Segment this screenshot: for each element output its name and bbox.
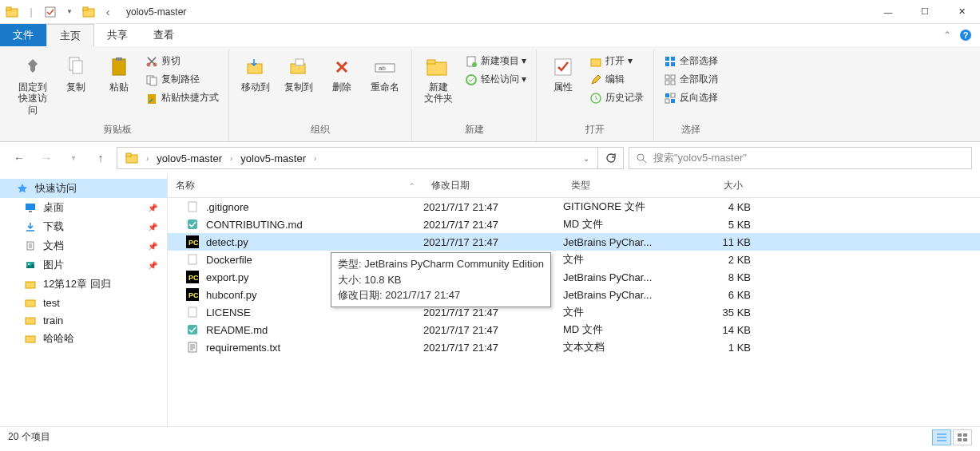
sidebar-item-downloads[interactable]: 下载 📌 bbox=[0, 217, 167, 236]
copypath-button[interactable]: 复制路径 bbox=[142, 71, 222, 88]
chevron-right-icon[interactable]: › bbox=[145, 154, 150, 163]
file-type: MD 文件 bbox=[563, 322, 687, 337]
file-icon bbox=[185, 217, 200, 231]
table-row[interactable]: PCdetect.py2021/7/17 21:47JetBrains PyCh… bbox=[168, 233, 980, 251]
tab-file[interactable]: 文件 bbox=[0, 24, 46, 46]
breadcrumb-dropdown-icon[interactable]: ⌄ bbox=[583, 154, 594, 163]
ribbon-group-open: 属性 打开 ▾ 编辑 历史记录 打开 bbox=[537, 49, 654, 141]
sidebar-item-ch12[interactable]: 12第12章 回归 bbox=[0, 275, 167, 294]
open-button[interactable]: 打开 ▾ bbox=[586, 53, 647, 69]
sidebar-item-quick-access[interactable]: 快速访问 bbox=[0, 179, 167, 198]
copyto-button[interactable]: 复制到 bbox=[279, 53, 319, 94]
svg-rect-39 bbox=[665, 99, 669, 103]
recent-dropdown-icon[interactable]: ▼ bbox=[62, 147, 85, 169]
refresh-button[interactable] bbox=[598, 147, 624, 169]
moveto-button[interactable]: 移动到 bbox=[236, 53, 276, 94]
copy-icon bbox=[63, 54, 89, 80]
selectnone-button[interactable]: 全部取消 bbox=[661, 71, 721, 88]
breadcrumb[interactable]: › yolov5-master › yolov5-master › ⌄ bbox=[117, 147, 598, 169]
table-row[interactable]: PChubconf.pyJetBrains PyChar...6 KB bbox=[168, 286, 980, 303]
breadcrumb-root-icon[interactable] bbox=[121, 152, 143, 164]
maximize-button[interactable]: ☐ bbox=[907, 0, 943, 24]
paste-shortcut-button[interactable]: 粘贴快捷方式 bbox=[142, 89, 222, 106]
table-row[interactable]: CONTRIBUTING.md2021/7/17 21:47MD 文件5 KB bbox=[168, 216, 980, 233]
table-row[interactable]: .gitignore2021/7/17 21:47GITIGNORE 文件4 K… bbox=[168, 198, 980, 216]
history-button[interactable]: 历史记录 bbox=[586, 89, 647, 106]
tab-view[interactable]: 查看 bbox=[141, 24, 187, 46]
easyaccess-button[interactable]: 轻松访问 ▾ bbox=[462, 71, 530, 88]
folder-qat-icon[interactable] bbox=[80, 3, 97, 21]
thumbnails-view-button[interactable] bbox=[953, 429, 972, 445]
tab-share[interactable]: 共享 bbox=[94, 24, 141, 46]
ribbon-tabs: 文件 主页 共享 查看 ⌃ ? bbox=[0, 24, 980, 46]
sidebar-documents-label: 文档 bbox=[43, 239, 64, 253]
properties-qat-icon[interactable] bbox=[42, 3, 59, 21]
file-type: 文件 bbox=[563, 305, 687, 319]
forward-button[interactable]: → bbox=[35, 147, 58, 169]
breadcrumb-seg2[interactable]: yolov5-master bbox=[236, 152, 311, 164]
selectall-button[interactable]: 全部选择 bbox=[661, 53, 721, 69]
minimize-button[interactable]: — bbox=[870, 0, 907, 24]
table-row[interactable]: PCexport.pyJetBrains PyChar...8 KB bbox=[168, 268, 980, 286]
chevron-right-icon[interactable]: › bbox=[228, 154, 234, 163]
delete-icon bbox=[329, 54, 355, 80]
file-size: 35 KB bbox=[687, 307, 751, 318]
table-row[interactable]: requirements.txt2021/7/17 21:47文本文档1 KB bbox=[168, 338, 980, 356]
up-button[interactable]: ↑ bbox=[89, 147, 112, 169]
table-row[interactable]: Dockerfile文件2 KB bbox=[168, 251, 980, 268]
paste-button[interactable]: 粘贴 bbox=[99, 53, 139, 94]
copy-label: 复制 bbox=[66, 81, 85, 93]
close-button[interactable]: ✕ bbox=[943, 0, 980, 24]
edit-button[interactable]: 编辑 bbox=[586, 71, 647, 88]
back-button[interactable]: ← bbox=[8, 147, 30, 169]
column-header-type[interactable]: 类型 bbox=[563, 174, 687, 197]
details-view-button[interactable] bbox=[932, 429, 951, 445]
properties-button[interactable]: 属性 bbox=[543, 53, 583, 94]
sidebar-quick-label: 快速访问 bbox=[35, 181, 77, 196]
file-type: JetBrains PyChar... bbox=[563, 236, 687, 248]
rename-button[interactable]: ab 重命名 bbox=[365, 53, 405, 94]
invert-button[interactable]: 反向选择 bbox=[661, 89, 721, 106]
delete-button[interactable]: 删除 bbox=[322, 53, 362, 94]
table-row[interactable]: LICENSE2021/7/17 21:47文件35 KB bbox=[168, 303, 980, 321]
sidebar-item-hahaha[interactable]: 哈哈哈 bbox=[0, 329, 167, 348]
pin-button[interactable]: 固定到 快速访问 bbox=[13, 53, 53, 117]
copypath-icon bbox=[145, 73, 158, 86]
organize-group-label: 组织 bbox=[311, 120, 330, 141]
paste-icon bbox=[106, 54, 132, 80]
file-date: 2021/7/17 21:47 bbox=[423, 201, 563, 213]
sidebar-item-train[interactable]: train bbox=[0, 311, 167, 329]
quick-access-toolbar: | ▼ ‹ bbox=[0, 3, 120, 21]
sidebar-item-documents[interactable]: 文档 📌 bbox=[0, 236, 167, 255]
cut-button[interactable]: 剪切 bbox=[142, 53, 222, 69]
newitem-icon bbox=[465, 55, 478, 68]
column-header-date[interactable]: 修改日期 bbox=[423, 174, 563, 197]
file-icon bbox=[185, 340, 200, 354]
search-icon bbox=[636, 152, 647, 164]
qat-dropdown-icon[interactable]: ▼ bbox=[61, 3, 78, 21]
newfolder-button[interactable]: 新建 文件夹 bbox=[419, 53, 458, 106]
column-header-size[interactable]: 大小 bbox=[687, 174, 751, 197]
properties-icon bbox=[550, 54, 576, 80]
qat-overflow-icon[interactable]: ‹ bbox=[99, 3, 117, 21]
search-input[interactable]: 搜索"yolov5-master" bbox=[629, 147, 972, 169]
tab-home[interactable]: 主页 bbox=[46, 24, 94, 46]
table-row[interactable]: README.md2021/7/17 21:47MD 文件14 KB bbox=[168, 321, 980, 338]
svg-rect-9 bbox=[113, 59, 125, 75]
file-name: export.py bbox=[206, 271, 248, 283]
file-name: Dockerfile bbox=[206, 254, 252, 266]
chevron-right-icon[interactable]: › bbox=[312, 154, 318, 163]
sidebar-item-desktop[interactable]: 桌面 📌 bbox=[0, 198, 167, 217]
help-icon[interactable]: ? bbox=[959, 29, 972, 42]
breadcrumb-seg1[interactable]: yolov5-master bbox=[152, 152, 227, 164]
paste-label: 粘贴 bbox=[109, 81, 129, 93]
copy-button[interactable]: 复制 bbox=[56, 53, 96, 94]
sidebar-item-test[interactable]: test bbox=[0, 294, 167, 311]
column-header-name[interactable]: 名称 ⌃ bbox=[168, 174, 423, 197]
sidebar-item-pictures[interactable]: 图片 📌 bbox=[0, 255, 167, 275]
ribbon-collapse-icon[interactable]: ⌃ bbox=[943, 30, 951, 41]
newitem-button[interactable]: 新建项目 ▾ bbox=[462, 53, 530, 69]
file-size: 5 KB bbox=[687, 219, 751, 231]
copypath-label: 复制路径 bbox=[161, 73, 200, 86]
new-group-label: 新建 bbox=[465, 120, 484, 141]
